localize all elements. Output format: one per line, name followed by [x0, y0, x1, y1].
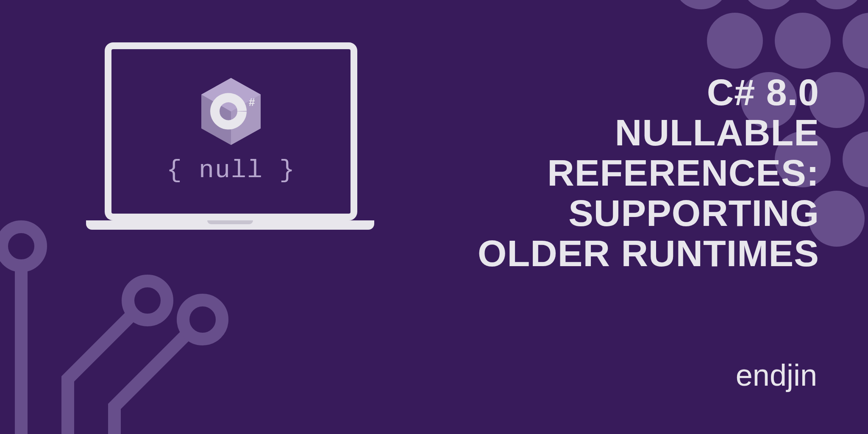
svg-point-2 — [183, 300, 222, 339]
article-title: C# 8.0 NULLABLE REFERENCES: SUPPORTING O… — [478, 72, 819, 273]
brand-logo: endjin — [736, 358, 817, 392]
laptop-base — [86, 220, 374, 230]
title-line-4: SUPPORTING — [478, 193, 819, 233]
svg-text:#: # — [249, 96, 255, 108]
title-line-3: REFERENCES: — [478, 153, 819, 193]
csharp-logo: # — [201, 78, 261, 145]
title-line-5: OLDER RUNTIMES — [478, 233, 819, 273]
svg-point-0 — [2, 227, 41, 266]
laptop-screen: # { null } — [105, 42, 357, 220]
title-line-2: NULLABLE — [478, 112, 819, 153]
svg-point-1 — [128, 281, 167, 320]
null-text: { null } — [167, 156, 295, 185]
title-line-1: C# 8.0 — [478, 72, 819, 112]
laptop-illustration: # { null } — [100, 42, 362, 230]
